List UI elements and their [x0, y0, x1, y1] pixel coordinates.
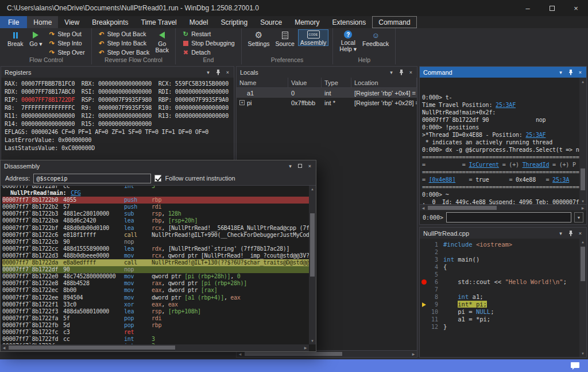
locals-column-header-location[interactable]: Location [351, 78, 417, 87]
scroll-down-arrow[interactable]: ▼ [579, 350, 586, 357]
source-vertical-scrollbar[interactable]: ▲ ▼ [579, 239, 586, 357]
source-line[interactable]: 11 a1 = *pi; [420, 316, 579, 323]
disassembly-row[interactable]: 00007ff7`8b1722afccint3 [2, 186, 309, 190]
locals-row[interactable]: +pi0x7ffbbbint *[Register 'rbp' +0x28] =… [237, 98, 417, 108]
source-line[interactable]: 6 std::cout << "Hello World!\n"; [420, 278, 579, 286]
scroll-right-arrow[interactable]: ▶ [302, 344, 309, 351]
scrollbar-thumb[interactable] [581, 247, 585, 281]
locals-row[interactable]: a10int[Register 'rbp' +0x4] = 0x7f9935f9… [237, 88, 417, 98]
command-output[interactable]: 0:000> t-Time Travel Position: 25:3AFNul… [420, 78, 586, 204]
source-line[interactable]: 3int main() [420, 256, 579, 263]
source-gutter[interactable] [420, 263, 428, 271]
command-link[interactable]: 25:3AF [496, 102, 516, 108]
scroll-down-arrow[interactable]: ▼ [309, 338, 316, 344]
source-gutter[interactable] [420, 248, 428, 256]
step-out-button[interactable]: ↷Step Out [46, 30, 87, 38]
source-gutter[interactable] [420, 256, 428, 263]
source-line[interactable]: 4{ [420, 263, 579, 271]
scroll-left-arrow[interactable]: ◀ [1, 344, 7, 351]
close-button[interactable]: × [564, 0, 588, 16]
chat-icon[interactable] [570, 362, 580, 370]
ribbon-tab-command[interactable]: Command [372, 16, 416, 28]
close-icon[interactable]: × [575, 229, 585, 238]
cfg-link[interactable]: CFG [71, 190, 80, 197]
restart-button[interactable]: ↻Restart [180, 30, 237, 38]
scrollbar-thumb[interactable] [9, 346, 175, 350]
ribbon-tab-home[interactable]: Home [27, 16, 58, 28]
source-gutter[interactable] [420, 323, 428, 331]
scroll-right-arrow[interactable]: ▶ [579, 205, 586, 211]
maximize-icon[interactable] [295, 162, 305, 171]
source-content[interactable]: 1#include <iostream>23int main()4{56 std… [420, 239, 586, 357]
panel-menu-icon[interactable]: ▾ [386, 68, 396, 77]
ribbon-tab-file[interactable]: File [0, 16, 27, 28]
command-link[interactable]: 25:3AF [525, 132, 546, 138]
scroll-up-arrow[interactable]: ▲ [579, 78, 586, 85]
command-link[interactable]: IsCurrent [469, 162, 499, 168]
source-gutter[interactable] [420, 308, 428, 316]
disassembly-row[interactable]: 00007ff7`8b1722cc488d1555890000leardx, [… [2, 246, 309, 252]
pin-icon[interactable] [213, 68, 223, 77]
command-horizontal-scrollbar[interactable]: ◀ ▶ [420, 204, 586, 210]
ribbon-tab-time-travel[interactable]: Time Travel [135, 16, 183, 28]
disassembly-row[interactable]: 00007ff7`8b1722fcc3ret [2, 329, 309, 336]
close-icon[interactable]: × [575, 68, 585, 77]
ribbon-tab-view[interactable]: View [58, 16, 86, 28]
stop-debugging-button[interactable]: Stop Debugging [180, 39, 237, 47]
scrollbar-thumb[interactable] [428, 206, 497, 210]
locals-column-header-name[interactable]: Name [237, 78, 288, 87]
maximize-button[interactable] [540, 0, 564, 16]
breakpoint-gutter[interactable] [420, 278, 428, 286]
ribbon-tab-memory[interactable]: Memory [288, 16, 326, 28]
source-gutter[interactable] [420, 316, 428, 323]
step-into-button[interactable]: ↷Step Into [46, 39, 87, 47]
panel-menu-icon[interactable]: ▾ [203, 68, 213, 77]
disassembly-row[interactable]: 00007ff7`8b1722b257pushrdi [2, 204, 309, 210]
disassembly-row[interactable]: 00007ff7`8b1722ee894504movdword ptr [a1 … [2, 294, 309, 301]
disassembly-row[interactable]: 00007ff7`8b1722ba488d6c2420learbp, [rsp+… [2, 217, 309, 224]
panel-menu-icon[interactable]: ▾ [556, 229, 566, 238]
locals-column-header-type[interactable]: Type [322, 78, 351, 87]
source-line[interactable]: 10 pi = NULL; [420, 308, 579, 316]
pin-icon[interactable] [396, 68, 406, 77]
minimize-button[interactable]: – [516, 0, 540, 16]
disassembly-content[interactable]: 00007ff7`8b1722afccint3NullPtrRead!main:… [1, 186, 316, 351]
taskbar[interactable] [0, 359, 588, 372]
scroll-left-arrow[interactable]: ◀ [420, 205, 427, 211]
command-link[interactable]: ThreadId [523, 162, 550, 168]
disassembly-row[interactable]: 00007ff7`8b1722fa5fpoprdi [2, 315, 309, 322]
address-input[interactable] [33, 174, 151, 183]
local-help-button[interactable]: ?LocalHelp ▾ [337, 29, 359, 52]
source-gutter[interactable] [420, 271, 428, 278]
disassembly-row[interactable]: 00007ff7`8b1722f3488da508010000learsp, [… [2, 308, 309, 315]
source-line[interactable]: 1#include <iostream> [420, 241, 579, 248]
scroll-right-arrow[interactable]: ▶ [410, 351, 417, 357]
follow-current-instruction-checkbox[interactable] [154, 175, 161, 182]
close-icon[interactable]: × [406, 68, 416, 77]
settings-button[interactable]: ⚙Settings [246, 29, 272, 47]
ribbon-tab-model[interactable]: Model [183, 16, 215, 28]
command-input-dropdown[interactable]: ▼ [574, 212, 583, 223]
disassembly-row[interactable]: 00007ff7`8b1722ec8b00moveax, dword ptr [… [2, 287, 309, 294]
step-over-back-button[interactable]: ↶Step Over Back [96, 48, 152, 56]
disassembly-row[interactable]: 00007ff7`8b1722df90nop [2, 266, 309, 273]
expand-icon[interactable]: + [239, 100, 245, 105]
scrollbar-thumb[interactable] [310, 213, 315, 277]
close-icon[interactable]: × [305, 162, 315, 171]
disassembly-row[interactable]: 00007ff7`8b1722fdccint3 [2, 336, 309, 343]
break-button[interactable]: Break [5, 29, 25, 47]
pin-icon[interactable] [566, 68, 575, 77]
source-line[interactable]: 2 [420, 248, 579, 256]
disassembly-row[interactable]: 00007ff7`8b1722c6e818f1ffffcallNullPtrRe… [2, 232, 309, 239]
ribbon-tab-source[interactable]: Source [254, 16, 288, 28]
disassembly-row[interactable]: 00007ff7`8b1722b34881ec28010000subrsp, 1… [2, 210, 309, 217]
ribbon-tab-scripting[interactable]: Scripting [214, 16, 254, 28]
disassembly-vertical-scrollbar[interactable]: ▲ ▼ [309, 186, 316, 344]
close-icon[interactable]: × [223, 68, 233, 77]
source-button[interactable]: Source [273, 29, 297, 47]
command-input[interactable] [446, 212, 571, 223]
ribbon-tab-extensions[interactable]: Extensions [326, 16, 373, 28]
disassembly-row[interactable]: 00007ff7`8b1722dae8a8edffffcallNullPtrRe… [2, 259, 309, 266]
panel-menu-icon[interactable]: ▾ [285, 162, 295, 171]
go-button[interactable]: Go ▾ [26, 29, 45, 47]
